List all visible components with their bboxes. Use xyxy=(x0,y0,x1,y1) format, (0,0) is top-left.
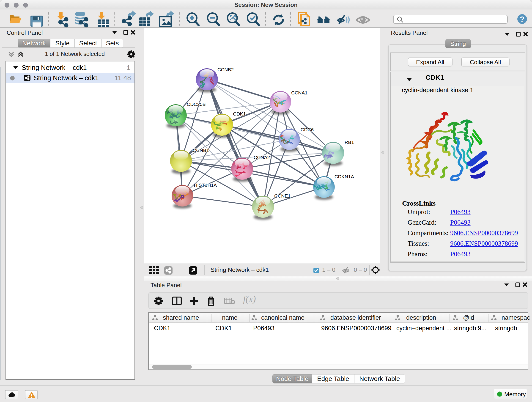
svg-text:CDKN1A: CDKN1A xyxy=(335,174,354,179)
svg-text:CCNA2: CCNA2 xyxy=(254,155,270,160)
svg-text:HIST1H1A: HIST1H1A xyxy=(194,182,217,188)
svg-text:CCNB2: CCNB2 xyxy=(217,67,234,72)
svg-text:CCNE1: CCNE1 xyxy=(274,193,291,198)
svg-text:?: ? xyxy=(520,15,525,23)
svg-text:CCNA1: CCNA1 xyxy=(291,90,307,95)
svg-text:CDC6: CDC6 xyxy=(301,127,314,132)
svg-text:RB1: RB1 xyxy=(345,140,354,145)
svg-text:CDC25B: CDC25B xyxy=(187,102,206,107)
svg-text:CCNB1: CCNB1 xyxy=(193,148,209,153)
svg-text:CDK1: CDK1 xyxy=(233,111,246,116)
